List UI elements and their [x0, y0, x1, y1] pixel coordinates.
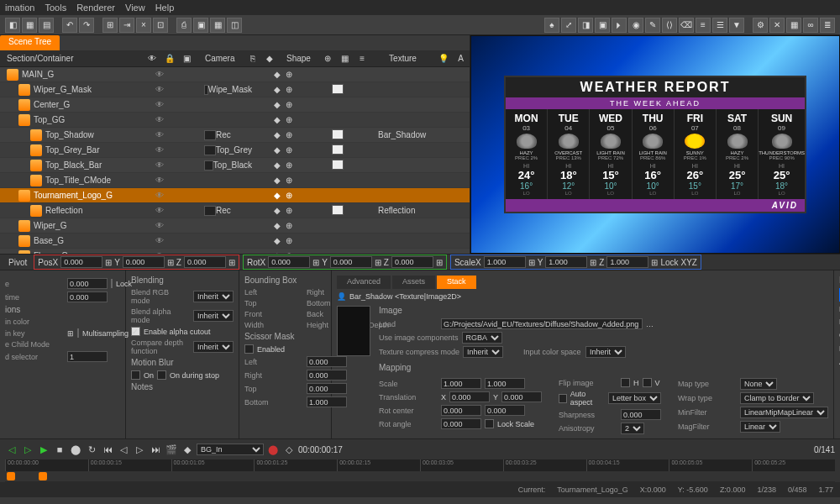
tool-icon[interactable]: ∞: [803, 18, 818, 33]
eye-icon[interactable]: 👁: [144, 54, 161, 63]
tool-icon[interactable]: ⊡: [153, 18, 168, 33]
rotc-y[interactable]: [485, 405, 525, 416]
letterbox-select[interactable]: Letter box: [608, 392, 661, 404]
scene-row[interactable]: Top_Shadow 👁 Rec ◆ ⊕ Bar_Shadow: [0, 128, 470, 143]
minfilter-select[interactable]: LinearMipMapLinear: [740, 407, 828, 418]
maptype-select[interactable]: None: [740, 378, 777, 390]
rotx-input[interactable]: [268, 256, 310, 268]
tool-icon[interactable]: ▼: [729, 18, 744, 33]
tool-icon[interactable]: ⏵: [612, 18, 627, 33]
scalex-input[interactable]: [484, 256, 526, 268]
tool-icon[interactable]: ▣: [193, 18, 208, 33]
tool-icon[interactable]: ⟨⟩: [662, 18, 677, 33]
autoaspect-check[interactable]: [559, 394, 567, 403]
flip-h[interactable]: [621, 378, 630, 387]
loop-icon[interactable]: ↻: [85, 443, 98, 456]
key-icon[interactable]: ◆: [181, 443, 194, 456]
trans-y[interactable]: [501, 391, 542, 402]
texcomp-select[interactable]: Inherit: [463, 346, 503, 358]
tab-advanced[interactable]: Advanced: [337, 276, 391, 289]
browse-button[interactable]: …: [646, 320, 654, 328]
imgcomp-select[interactable]: RGBA: [462, 332, 502, 344]
scene-row[interactable]: Top_Title_CMode 👁 ◆ ⊕: [0, 173, 470, 188]
stop-icon[interactable]: ■: [53, 443, 66, 456]
dsel-input[interactable]: [67, 351, 108, 362]
scene-row[interactable]: Wiper_G 👁 ◆ ⊕: [0, 218, 470, 234]
mb-on-check[interactable]: [131, 370, 140, 380]
tool-icon[interactable]: ≣: [820, 18, 835, 33]
bulb-icon[interactable]: 💡: [434, 54, 452, 63]
step-back-icon[interactable]: ◁: [117, 443, 130, 456]
rgbmode-select[interactable]: Inherit: [193, 291, 234, 302]
depth-select[interactable]: Inherit: [193, 341, 234, 353]
tool-icon[interactable]: ▦: [786, 18, 801, 33]
scene-row[interactable]: Center_G 👁 ◆ ⊕: [0, 97, 470, 113]
scene-row[interactable]: Top_Black_Bar 👁 Top_Black ◆ ⊕: [0, 158, 470, 173]
rotc-x[interactable]: [441, 405, 481, 416]
scene-tree-tab[interactable]: Scene Tree: [0, 35, 60, 50]
roty-input[interactable]: [330, 256, 372, 268]
wraptype-select[interactable]: Clamp to Border: [740, 392, 814, 404]
play-start-icon[interactable]: ◁: [5, 443, 18, 456]
tool-icon[interactable]: ◨: [578, 18, 593, 33]
scalez-input[interactable]: [606, 256, 648, 268]
menu-item[interactable]: imation: [5, 3, 34, 13]
preview-viewport[interactable]: WEATHER REPORT THE WEEK AHEAD MON03 HAZY…: [470, 35, 840, 254]
tool-icon[interactable]: ⤢: [561, 18, 576, 33]
flip-v[interactable]: [643, 378, 652, 387]
scene-row[interactable]: Tournament_Logo_G 👁 ◆ ⊕: [0, 188, 470, 203]
scene-rows[interactable]: MAIN_G 👁 ◆ ⊕ Wiper_G_Mask 👁 Wipe_Mask ◆ …: [0, 67, 470, 254]
tool-icon[interactable]: ↷: [79, 18, 94, 33]
scaley-input[interactable]: [545, 256, 587, 268]
scene-row[interactable]: Top_GG 👁 ◆ ⊕: [0, 113, 470, 128]
scale-y[interactable]: [485, 378, 525, 389]
tool-icon[interactable]: ◧: [5, 18, 20, 33]
alphamode-select[interactable]: Inherit: [193, 310, 234, 322]
record-icon[interactable]: ⬤: [69, 443, 82, 456]
lock-check[interactable]: [111, 279, 113, 288]
skip-back-icon[interactable]: ⏮: [101, 443, 114, 456]
posy-input[interactable]: [123, 256, 165, 268]
menu-item[interactable]: Renderer: [76, 3, 115, 13]
inputcs-select[interactable]: Inherit: [585, 346, 626, 358]
scene-row[interactable]: Base_G 👁 ◆ ⊕: [0, 234, 470, 249]
e-input[interactable]: [67, 278, 108, 289]
multisampling-check[interactable]: [77, 328, 79, 338]
load-path-input[interactable]: [441, 318, 643, 329]
magfilter-select[interactable]: Linear: [740, 421, 780, 433]
clapper-icon[interactable]: 🎬: [165, 443, 178, 456]
menu-item[interactable]: Tools: [45, 3, 66, 13]
tool-icon[interactable]: ×: [136, 18, 151, 33]
tool-icon[interactable]: ♠: [544, 18, 559, 33]
skip-fwd-icon[interactable]: ⏭: [149, 443, 162, 456]
scene-row[interactable]: Reflection 👁 Rec ◆ ⊕ Reflection: [0, 203, 470, 218]
play-next-icon[interactable]: ▶: [37, 443, 50, 456]
key-icon[interactable]: ◆: [261, 54, 279, 63]
tool-icon[interactable]: ⇥: [119, 18, 134, 33]
tab-stack[interactable]: Stack: [437, 276, 476, 289]
aniso-select[interactable]: 2: [621, 423, 644, 434]
tool-icon[interactable]: ⚙: [753, 18, 768, 33]
tool-icon[interactable]: ⎙: [176, 18, 192, 33]
tool-icon[interactable]: ◉: [628, 18, 643, 33]
rotz-input[interactable]: [391, 256, 433, 268]
scene-row[interactable]: Flares_G 👁 ◆ ⊕: [0, 249, 470, 254]
copy-icon[interactable]: ⎘: [244, 54, 261, 63]
lock-icon[interactable]: 🔒: [161, 54, 179, 63]
timeline-track[interactable]: 00:00:00:0000:00:00:1500:00:01:0500:00:0…: [5, 459, 835, 482]
tool-icon[interactable]: ✎: [645, 18, 660, 33]
menu-item[interactable]: View: [125, 3, 145, 13]
rotangle[interactable]: [441, 418, 481, 429]
tool-icon[interactable]: ☰: [712, 18, 727, 33]
rec-icon[interactable]: ⬤: [266, 443, 280, 456]
tool-icon[interactable]: ↶: [62, 18, 77, 33]
scene-row[interactable]: MAIN_G 👁 ◆ ⊕: [0, 67, 470, 82]
anim-select[interactable]: BG_In: [197, 444, 264, 455]
tool-icon[interactable]: ⌫: [679, 18, 694, 33]
posz-input[interactable]: [184, 256, 226, 268]
tool-icon[interactable]: ▦: [22, 18, 37, 33]
posx-input[interactable]: [60, 256, 102, 268]
time-input[interactable]: [67, 291, 108, 302]
mb-during-check[interactable]: [157, 370, 166, 380]
menu-item[interactable]: Help: [155, 3, 175, 13]
